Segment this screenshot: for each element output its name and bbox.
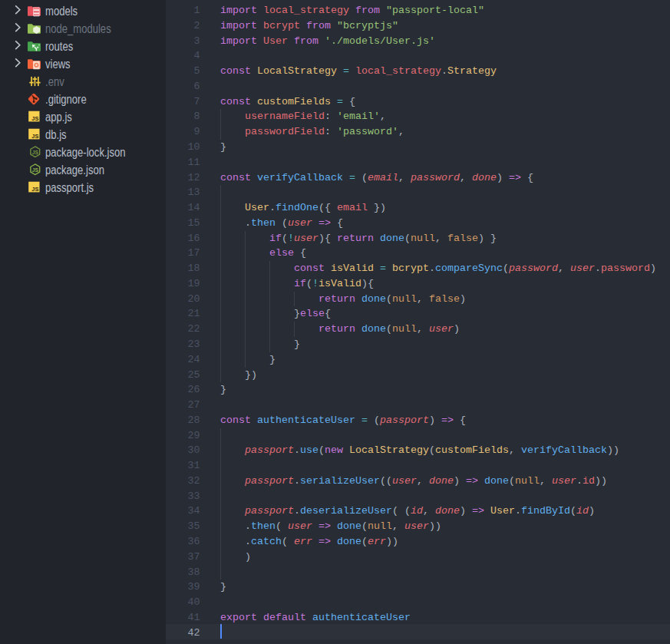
svg-text:JS: JS: [31, 115, 38, 122]
svg-text:JS: JS: [31, 133, 38, 140]
svg-text:JS: JS: [31, 186, 38, 193]
svg-text:JS: JS: [31, 150, 38, 155]
svg-text:JS: JS: [31, 167, 38, 172]
